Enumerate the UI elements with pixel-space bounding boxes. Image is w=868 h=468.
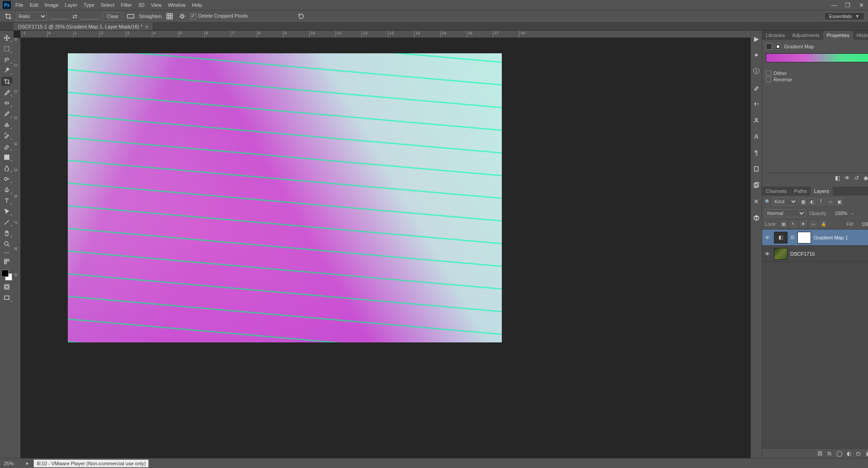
menu-filter[interactable]: Filter <box>121 2 132 8</box>
swap-icon[interactable]: ⇄ <box>72 13 77 20</box>
eyedropper-tool[interactable] <box>1 88 12 97</box>
clone-stamp-tool[interactable] <box>1 120 12 129</box>
move-tool[interactable] <box>1 33 12 42</box>
filter-shape-icon[interactable]: ▭ <box>826 198 834 205</box>
history-brush-tool[interactable] <box>1 131 12 140</box>
toggle-visibility-icon[interactable]: ◉ <box>863 175 868 181</box>
link-icon[interactable]: ⛓ <box>790 235 795 240</box>
menu-select[interactable]: Select <box>101 2 115 8</box>
filter-adjustment-icon[interactable]: ◐ <box>808 198 816 205</box>
gradient-bar[interactable] <box>766 53 868 62</box>
menu-file[interactable]: File <box>15 2 24 8</box>
pen-tool[interactable] <box>1 185 12 194</box>
quick-mask-tool[interactable] <box>1 282 12 291</box>
layer-name[interactable]: Gradient Map 1 <box>814 235 848 240</box>
gradient-tool[interactable] <box>1 153 12 162</box>
workspace-switcher[interactable]: Essentials ▼ <box>824 12 864 20</box>
menu-window[interactable]: Window <box>168 2 185 8</box>
play-icon[interactable]: ▶ <box>751 33 762 44</box>
dither-checkbox[interactable]: Dither <box>766 70 868 76</box>
layer-name[interactable]: DSCF1715 <box>790 251 815 257</box>
opacity-input[interactable] <box>831 211 847 216</box>
fill-input[interactable] <box>858 221 868 227</box>
line-tool[interactable] <box>1 218 12 227</box>
visibility-icon[interactable]: 👁 <box>765 235 771 240</box>
tab-libraries[interactable]: Libraries <box>762 31 788 40</box>
lasso-tool[interactable] <box>1 55 12 64</box>
filter-type-icon[interactable]: T <box>817 198 825 205</box>
new-layer-icon[interactable]: ▣ <box>866 450 868 457</box>
link-layers-icon[interactable]: ⛓ <box>817 450 823 457</box>
reset-icon[interactable] <box>297 12 306 21</box>
menu-edit[interactable]: Edit <box>30 2 38 8</box>
crop-height-input[interactable] <box>81 14 99 19</box>
menu-image[interactable]: Image <box>45 2 59 8</box>
ratio-select[interactable]: Ratio <box>16 12 47 21</box>
menu-view[interactable]: View <box>151 2 162 8</box>
screen-mode-tool[interactable] <box>1 293 12 302</box>
filter-pixel-icon[interactable]: ▦ <box>799 198 807 205</box>
layer-fx-icon[interactable]: fx <box>827 450 831 457</box>
straighten-icon[interactable] <box>126 12 135 21</box>
magic-wand-tool[interactable] <box>1 66 12 75</box>
brush-tool[interactable] <box>1 109 12 118</box>
close-tab-icon[interactable]: × <box>145 24 148 29</box>
zoom-tool[interactable] <box>1 239 12 248</box>
clip-to-layer-icon[interactable]: ◧ <box>835 175 840 181</box>
new-group-icon[interactable]: 🗀 <box>856 450 861 457</box>
character-icon[interactable]: A <box>751 131 762 142</box>
pages-icon[interactable] <box>751 180 762 191</box>
maximize-button[interactable]: ❐ <box>844 2 852 9</box>
menu-3d[interactable]: 3D <box>138 2 145 8</box>
person-icon[interactable] <box>751 115 762 126</box>
mask-thumb-icon[interactable] <box>775 43 781 50</box>
lock-position-icon[interactable]: ✥ <box>800 221 807 227</box>
dodge-tool[interactable] <box>1 174 12 183</box>
clear-button[interactable]: Clear <box>103 12 123 20</box>
tab-history[interactable]: History <box>853 31 868 40</box>
reset-adjustment-icon[interactable]: ↺ <box>854 175 859 181</box>
lock-all-icon[interactable]: 🔒 <box>820 221 826 227</box>
filter-smart-icon[interactable]: ▣ <box>835 198 843 205</box>
straighten-label[interactable]: Straighten <box>139 14 161 19</box>
tab-properties[interactable]: Properties <box>823 31 853 40</box>
menu-type[interactable]: Type <box>84 2 94 8</box>
hand-tool[interactable] <box>1 229 12 238</box>
menu-layer[interactable]: Layer <box>65 2 77 8</box>
zoom-input[interactable] <box>4 461 22 466</box>
opacity-dropdown-icon[interactable]: ⌄ <box>851 211 854 215</box>
blur-tool[interactable] <box>1 164 12 173</box>
gradient-dropdown-icon[interactable]: ⌄ <box>766 64 868 70</box>
foreground-color[interactable] <box>1 270 9 277</box>
crop-width-input[interactable] <box>51 14 69 19</box>
brush-preset-icon[interactable] <box>751 82 762 93</box>
add-mask-icon[interactable]: ◯ <box>836 450 842 457</box>
tools-icon[interactable]: ✕ <box>751 196 762 207</box>
lock-transparency-icon[interactable]: ▦ <box>780 221 787 227</box>
eraser-tool[interactable] <box>1 142 12 151</box>
reverse-checkbox[interactable]: Reverse <box>766 77 868 82</box>
lock-artboard-icon[interactable]: ▭ <box>810 221 816 227</box>
color-swatches[interactable] <box>1 270 12 281</box>
filter-kind-select[interactable]: Kind <box>772 197 797 206</box>
view-previous-icon[interactable]: 👁 <box>844 175 850 181</box>
sparkle-icon[interactable]: ✦ <box>751 50 762 61</box>
edit-toolbar-icon[interactable] <box>1 257 12 266</box>
path-selection-tool[interactable] <box>1 207 12 216</box>
paragraph-icon[interactable]: ¶ <box>751 147 762 158</box>
tab-adjustments[interactable]: Adjustments <box>788 31 823 40</box>
vmware-taskbar-item[interactable]: IE10 - VMware Player (Non-commercial use… <box>33 459 149 468</box>
canvas-image[interactable] <box>68 53 502 342</box>
blend-mode-select[interactable]: Normal <box>765 209 806 217</box>
menu-help[interactable]: Help <box>192 2 203 8</box>
layer-mask-thumb[interactable] <box>797 232 811 243</box>
tab-layers[interactable]: Layers <box>811 187 833 196</box>
clone-source-icon[interactable] <box>751 98 762 109</box>
lock-image-icon[interactable]: ✎ <box>790 221 797 227</box>
tab-paths[interactable]: Paths <box>790 187 810 196</box>
crop-options-icon[interactable] <box>178 12 187 21</box>
close-button[interactable]: ✕ <box>857 2 865 9</box>
tab-channels[interactable]: Channels <box>762 187 790 196</box>
marquee-tool[interactable] <box>1 44 12 53</box>
info-icon[interactable]: ⓘ <box>751 66 762 77</box>
